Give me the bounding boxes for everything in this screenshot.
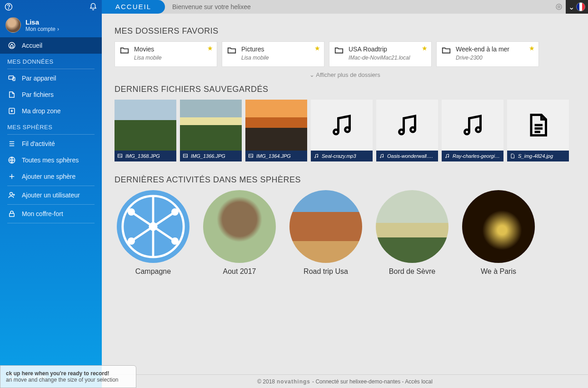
svg-point-1 [9, 8, 9, 9]
divider [7, 134, 95, 135]
file-card[interactable]: IMG_1364.JPG [245, 100, 307, 161]
chevron-right-icon: › [57, 26, 59, 32]
sphere-image [203, 190, 276, 263]
sphere-item[interactable]: Bord de Sèvre [374, 190, 451, 276]
svg-point-17 [317, 156, 318, 157]
divider [7, 186, 95, 186]
recent-spheres-heading: DERNIÈRES ACTIVITÉS DANS MES SPHÈRES [115, 175, 575, 185]
file-card[interactable]: Seal-crazy.mp3 [311, 100, 373, 161]
svg-point-10 [558, 6, 560, 8]
doc-thumbnail [507, 100, 569, 151]
nav-dropzone[interactable]: Ma drop zone [0, 103, 102, 119]
overlay-line1: ck up here when you're ready to record! [6, 370, 130, 377]
image-thumbnail [115, 100, 176, 151]
svg-point-2 [9, 42, 15, 49]
spheres-row: Campagne Aout 2017 Road trip Usa Bord de… [115, 190, 575, 276]
svg-point-30 [171, 237, 179, 245]
lock-icon [7, 209, 16, 218]
favorites-heading: MES DOSSIERS FAVORIS [115, 26, 575, 36]
user-name: Lisa [25, 18, 59, 26]
svg-point-23 [476, 127, 481, 132]
home-icon [7, 41, 16, 50]
favorite-folder[interactable]: ★ Week-end à la mer Drive-2300 [436, 41, 539, 67]
avatar [5, 17, 21, 33]
sphere-item[interactable]: Campagne [115, 190, 192, 276]
document-icon [510, 153, 515, 159]
flag-fr-icon [576, 2, 585, 11]
svg-point-16 [315, 157, 316, 158]
target-icon[interactable] [552, 0, 566, 14]
file-card[interactable]: Oasis-wonderwall…. [376, 100, 438, 161]
nav-by-device[interactable]: Par appareil [0, 70, 102, 86]
sphere-item[interactable]: We à Paris [460, 190, 537, 276]
bell-icon[interactable] [89, 3, 97, 11]
svg-point-20 [380, 157, 381, 158]
nav-activity-feed[interactable]: Fil d'activité [0, 136, 102, 152]
nav-add-user[interactable]: Ajouter un utilisateur [0, 187, 102, 203]
nav-add-sphere[interactable]: Ajouter une sphère [0, 168, 102, 185]
sphere-image [117, 190, 189, 263]
nav-all-spheres[interactable]: Toutes mes sphères [0, 152, 102, 168]
nav-home[interactable]: Accueil [0, 37, 102, 54]
divider [7, 223, 95, 223]
main-content: MES DOSSIERS FAVORIS ★ Movies Lisa mobil… [102, 14, 588, 374]
svg-point-14 [334, 130, 339, 134]
favorites-row: ★ Movies Lisa mobile ★ Pictures Lisa mob… [115, 41, 575, 67]
list-icon [7, 139, 16, 148]
section-my-data: MES DONNÉES [0, 54, 102, 68]
plus-icon [7, 172, 16, 181]
music-icon [444, 153, 450, 159]
sphere-image [462, 190, 535, 263]
svg-point-18 [399, 130, 404, 134]
record-hint-overlay: ck up here when you're ready to record! … [0, 365, 136, 388]
svg-point-24 [446, 157, 447, 158]
svg-point-29 [128, 237, 135, 245]
svg-rect-8 [10, 213, 15, 217]
topbar: ACCUEIL Bienvenue sur votre helixee ⌄ [102, 0, 588, 14]
my-account-link[interactable]: Mon compte› [25, 26, 59, 32]
audio-thumbnail [376, 100, 438, 151]
user-profile[interactable]: Lisa Mon compte› [0, 14, 102, 37]
music-icon [379, 153, 384, 159]
favorite-folder[interactable]: ★ Movies Lisa mobile [115, 41, 217, 67]
sidebar: Lisa Mon compte› Accueil MES DONNÉES Par… [0, 0, 102, 388]
file-card[interactable]: S_img-4824.jpg [507, 100, 569, 161]
section-my-spheres: MES SPHÈRES [0, 119, 102, 133]
tab-home[interactable]: ACCUEIL [102, 0, 165, 14]
footer-status: - Connecté sur helixee-demo-nantes - Acc… [312, 378, 433, 385]
sphere-image [376, 190, 448, 263]
audio-thumbnail [311, 100, 373, 151]
show-more-folders[interactable]: ⌄ Afficher plus de dossiers [115, 67, 575, 80]
sphere-item[interactable]: Aout 2017 [201, 190, 278, 276]
svg-point-15 [345, 127, 350, 132]
brand: novathings [277, 378, 310, 385]
overlay-line2: an move and change the size of your sele… [6, 377, 130, 383]
divider [7, 69, 95, 69]
audio-thumbnail [442, 100, 503, 151]
footer: © 2018 novathings - Connecté sur helixee… [102, 374, 588, 388]
nav-by-files[interactable]: Par fichiers [0, 86, 102, 103]
user-plus-icon [7, 191, 16, 200]
image-thumbnail [180, 100, 242, 151]
favorite-folder[interactable]: ★ USA Roadtrip IMac-de-NoviMac21.local [329, 41, 432, 67]
svg-point-19 [411, 127, 415, 132]
sphere-item[interactable]: Road trip Usa [287, 190, 364, 276]
favorite-folder[interactable]: ★ Pictures Lisa mobile [222, 41, 324, 67]
divider [7, 204, 95, 205]
help-icon[interactable] [5, 3, 13, 11]
language-selector[interactable]: ⌄ [566, 0, 588, 14]
files-row: IMG_1368.JPG IMG_1366.JPG IMG_1364.JPG S… [115, 100, 575, 161]
image-icon [183, 153, 188, 159]
file-card[interactable]: Ray-charles-georgi… [442, 100, 503, 161]
chevron-down-icon: ⌄ [309, 71, 314, 78]
copyright: © 2018 [257, 378, 275, 385]
star-icon: ★ [529, 45, 535, 52]
sphere-image [289, 190, 362, 263]
svg-point-9 [556, 4, 562, 10]
nav-vault[interactable]: Mon coffre-fort [0, 206, 102, 222]
svg-point-31 [149, 222, 157, 231]
file-card[interactable]: IMG_1366.JPG [180, 100, 242, 161]
recent-files-heading: DERNIERS FICHIERS SAUVEGARDÉS [115, 85, 575, 94]
svg-point-7 [10, 192, 13, 195]
file-card[interactable]: IMG_1368.JPG [115, 100, 176, 161]
